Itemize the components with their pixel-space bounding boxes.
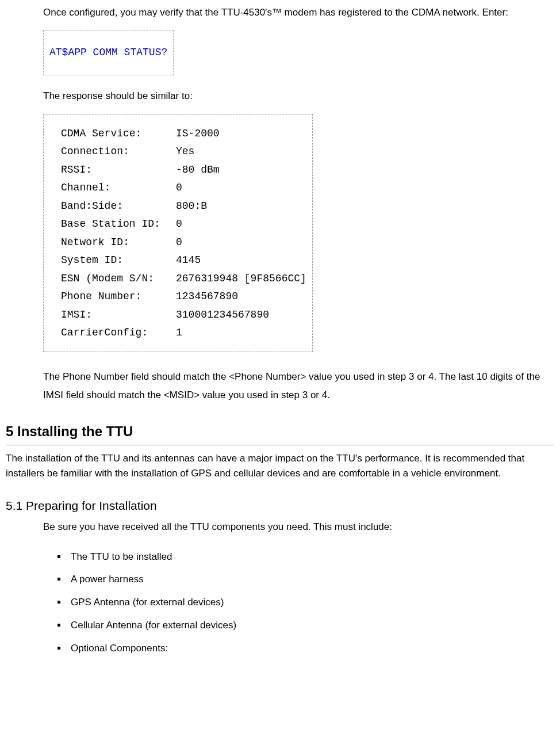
status-label: CDMA Service: <box>61 125 176 143</box>
list-item: Cellular Antenna (for external devices) <box>67 614 554 637</box>
status-value: 0 <box>176 215 306 234</box>
section-5-1-lead: Be sure you have received all the TTU co… <box>43 520 554 534</box>
status-value: 800:B <box>176 197 306 216</box>
components-list: The TTU to be installedA power harnessGP… <box>43 545 554 660</box>
list-item: The TTU to be installed <box>67 545 554 568</box>
status-row: CarrierConfig:1 <box>61 324 306 342</box>
status-value: -80 dBm <box>176 161 306 180</box>
status-response-box: CDMA Service:IS-2000Connection:YesRSSI:-… <box>43 114 313 352</box>
section-5-heading: 5 Installing the TTU <box>6 422 554 445</box>
status-label: Network ID: <box>61 234 176 252</box>
status-label: CarrierConfig: <box>61 324 176 342</box>
status-label: IMSI: <box>61 306 176 325</box>
status-row: Band:Side:800:B <box>61 197 306 216</box>
status-row: System ID:4145 <box>61 251 306 270</box>
status-label: Base Station ID: <box>61 215 176 234</box>
status-row: ESN (Modem S/N:2676319948 [9F8566CC] <box>61 270 306 288</box>
at-command: AT$APP COMM STATUS? <box>49 47 167 58</box>
status-row: IMSI:310001234567890 <box>61 306 306 325</box>
status-value: 2676319948 [9F8566CC] <box>176 270 306 288</box>
status-label: RSSI: <box>61 161 176 180</box>
status-label: Band:Side: <box>61 197 176 216</box>
status-value: Yes <box>176 143 306 161</box>
intro-paragraph: Once configured, you may verify that the… <box>43 3 554 22</box>
status-label: Channel: <box>61 179 176 197</box>
status-row: CDMA Service:IS-2000 <box>61 125 306 143</box>
list-item: A power harness <box>67 568 554 591</box>
after-paragraph: The Phone Number field should match the … <box>43 368 554 405</box>
status-label: Phone Number: <box>61 288 176 306</box>
status-row: Base Station ID:0 <box>61 215 306 234</box>
status-label: System ID: <box>61 251 176 270</box>
command-box: AT$APP COMM STATUS? <box>43 30 174 75</box>
status-row: Phone Number:1234567890 <box>61 288 306 306</box>
status-value: IS-2000 <box>176 125 306 143</box>
status-value: 0 <box>176 234 306 252</box>
status-row: Network ID:0 <box>61 234 306 252</box>
status-row: Connection:Yes <box>61 143 306 161</box>
status-label: ESN (Modem S/N: <box>61 270 176 288</box>
status-value: 1234567890 <box>176 288 306 306</box>
status-value: 310001234567890 <box>176 306 306 325</box>
list-item: GPS Antenna (for external devices) <box>67 591 554 614</box>
status-table: CDMA Service:IS-2000Connection:YesRSSI:-… <box>61 125 306 342</box>
list-item: Optional Components: <box>67 637 554 660</box>
response-lead: The response should be similar to: <box>43 87 554 105</box>
status-value: 4145 <box>176 251 306 270</box>
status-row: Channel:0 <box>61 179 306 197</box>
status-row: RSSI:-80 dBm <box>61 161 306 180</box>
status-value: 1 <box>176 324 306 342</box>
section-5-body: The installation of the TTU and its ante… <box>6 451 554 482</box>
status-value: 0 <box>176 179 306 197</box>
status-label: Connection: <box>61 143 176 161</box>
section-5-1-heading: 5.1 Preparing for Installation <box>6 497 554 514</box>
